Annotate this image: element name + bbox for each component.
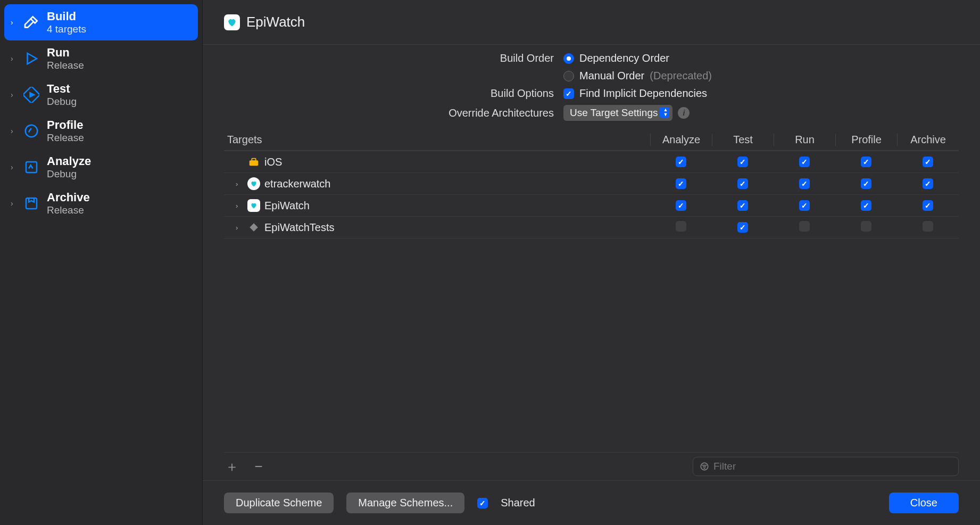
sidebar-item-build[interactable]: › Build 4 targets bbox=[4, 4, 198, 40]
scheme-header: EpiWatch bbox=[203, 0, 980, 45]
checkbox-find-implicit[interactable]: ✓ bbox=[563, 88, 574, 99]
sidebar-item-run[interactable]: › Run Release bbox=[4, 40, 198, 77]
play-icon bbox=[22, 50, 40, 68]
checkbox-profile[interactable]: ✓ bbox=[861, 178, 871, 189]
checkbox-profile[interactable]: ✓ bbox=[861, 200, 871, 211]
override-arch-select[interactable]: Use Target Settings ▲▼ bbox=[563, 105, 672, 121]
checkbox-test[interactable]: ✓ bbox=[737, 200, 748, 211]
dialog-footer: Duplicate Scheme Manage Schemes... ✓ Sha… bbox=[203, 480, 980, 525]
checkbox-profile[interactable] bbox=[861, 221, 871, 232]
target-icon bbox=[247, 199, 260, 212]
sidebar-item-subtitle: Debug bbox=[47, 96, 77, 108]
sidebar-item-title: Build bbox=[47, 10, 86, 23]
gauge-icon bbox=[22, 122, 40, 140]
build-order-label: Build Order bbox=[224, 52, 554, 64]
checkbox-analyze[interactable]: ✓ bbox=[676, 157, 686, 167]
col-archive[interactable]: Archive bbox=[897, 134, 959, 146]
checkbox-archive[interactable]: ✓ bbox=[923, 157, 933, 167]
checkbox-run[interactable]: ✓ bbox=[799, 200, 810, 211]
sidebar-item-title: Archive bbox=[47, 191, 90, 204]
col-run[interactable]: Run bbox=[774, 134, 835, 146]
table-row[interactable]: › etrackerwatch ✓✓✓✓✓ bbox=[224, 173, 959, 195]
close-button[interactable]: Close bbox=[889, 493, 959, 513]
svg-rect-5 bbox=[26, 198, 37, 209]
sidebar-item-analyze[interactable]: › Analyze Debug bbox=[4, 149, 198, 185]
remove-target-button[interactable]: − bbox=[251, 458, 267, 475]
radio-dependency-order-label: Dependency Order bbox=[579, 52, 669, 64]
sidebar-item-subtitle: Debug bbox=[47, 168, 91, 180]
col-targets[interactable]: Targets bbox=[224, 134, 650, 146]
chevron-right-icon: › bbox=[11, 54, 16, 63]
target-name: EpiWatch bbox=[264, 200, 310, 212]
archive-icon bbox=[22, 194, 40, 212]
checkbox-test[interactable]: ✓ bbox=[737, 222, 748, 233]
target-icon bbox=[247, 221, 260, 234]
chevron-right-icon: › bbox=[11, 18, 16, 27]
checkbox-archive[interactable]: ✓ bbox=[923, 178, 933, 189]
svg-rect-8 bbox=[250, 223, 258, 232]
sidebar-item-test[interactable]: › Test Debug bbox=[4, 77, 198, 113]
sidebar-item-title: Analyze bbox=[47, 154, 91, 168]
filter-input[interactable] bbox=[713, 461, 952, 472]
chevron-right-icon[interactable]: › bbox=[236, 202, 243, 210]
checkbox-run[interactable]: ✓ bbox=[799, 178, 810, 189]
add-target-button[interactable]: ＋ bbox=[224, 457, 240, 476]
build-options-label: Build Options bbox=[224, 87, 554, 100]
app-icon bbox=[224, 14, 240, 30]
svg-marker-0 bbox=[28, 53, 37, 64]
checkbox-test[interactable]: ✓ bbox=[737, 178, 748, 189]
checkbox-analyze[interactable]: ✓ bbox=[676, 200, 686, 211]
chevron-right-icon[interactable]: › bbox=[236, 224, 243, 232]
duplicate-scheme-button[interactable]: Duplicate Scheme bbox=[224, 493, 334, 513]
checkbox-run[interactable] bbox=[799, 221, 810, 232]
filter-icon bbox=[700, 462, 709, 471]
sidebar-item-title: Run bbox=[47, 46, 84, 60]
sidebar-item-archive[interactable]: › Archive Release bbox=[4, 185, 198, 222]
chevron-right-icon: › bbox=[11, 199, 16, 208]
checkbox-test[interactable]: ✓ bbox=[737, 157, 748, 167]
radio-manual-order-label: Manual Order bbox=[579, 70, 644, 82]
col-profile[interactable]: Profile bbox=[835, 134, 897, 146]
analyze-icon bbox=[22, 158, 40, 176]
table-toolbar: ＋ − bbox=[224, 452, 959, 480]
svg-marker-2 bbox=[30, 93, 35, 97]
sidebar-item-subtitle: Release bbox=[47, 204, 90, 216]
main-panel: EpiWatch Build Order Dependency Order Ma… bbox=[202, 0, 980, 525]
sidebar-item-subtitle: Release bbox=[47, 132, 84, 144]
sidebar-item-profile[interactable]: › Profile Release bbox=[4, 113, 198, 149]
sidebar-item-subtitle: 4 targets bbox=[47, 23, 86, 35]
checkbox-find-implicit-label: Find Implicit Dependencies bbox=[579, 87, 707, 100]
svg-point-3 bbox=[26, 125, 38, 137]
scheme-name: EpiWatch bbox=[246, 14, 305, 30]
checkbox-analyze[interactable] bbox=[676, 221, 686, 232]
checkbox-archive[interactable] bbox=[923, 221, 933, 232]
svg-rect-7 bbox=[252, 159, 255, 161]
checkbox-analyze[interactable]: ✓ bbox=[676, 178, 686, 189]
deprecated-label: (Deprecated) bbox=[650, 70, 712, 82]
checkbox-archive[interactable]: ✓ bbox=[923, 200, 933, 211]
sidebar-item-title: Test bbox=[47, 82, 77, 96]
table-row[interactable]: › EpiWatch ✓✓✓✓✓ bbox=[224, 195, 959, 217]
radio-manual-order[interactable] bbox=[563, 71, 574, 81]
table-row[interactable]: › EpiWatchTests ✓ bbox=[224, 217, 959, 239]
radio-dependency-order[interactable] bbox=[563, 53, 574, 64]
shared-checkbox[interactable]: ✓ bbox=[477, 498, 488, 508]
manage-schemes-button[interactable]: Manage Schemes... bbox=[346, 493, 464, 513]
hammer-icon bbox=[22, 13, 40, 31]
checkbox-run[interactable]: ✓ bbox=[799, 157, 810, 167]
chevron-right-icon: › bbox=[11, 163, 16, 171]
shared-label: Shared bbox=[501, 497, 535, 509]
build-options-section: Build Order Dependency Order Manual Orde… bbox=[203, 45, 980, 129]
col-analyze[interactable]: Analyze bbox=[650, 134, 712, 146]
target-icon bbox=[247, 155, 260, 168]
target-icon bbox=[247, 177, 260, 190]
col-test[interactable]: Test bbox=[712, 134, 774, 146]
chevron-right-icon: › bbox=[11, 127, 16, 135]
target-name: iOS bbox=[264, 156, 282, 168]
checkbox-profile[interactable]: ✓ bbox=[861, 157, 871, 167]
sidebar-item-title: Profile bbox=[47, 118, 84, 132]
chevron-right-icon[interactable]: › bbox=[236, 180, 243, 188]
table-row[interactable]: iOS ✓✓✓✓✓ bbox=[224, 151, 959, 173]
info-icon[interactable]: i bbox=[678, 107, 690, 119]
filter-field[interactable] bbox=[693, 457, 959, 476]
